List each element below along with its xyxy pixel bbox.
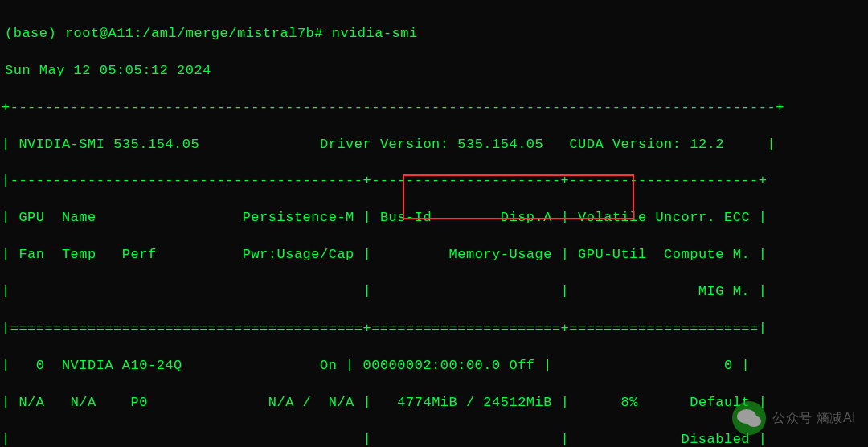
column-header-2: | Fan Temp Perf Pwr:Usage/Cap | Memory-U… [2, 246, 866, 265]
header-divider: |---------------------------------------… [2, 172, 866, 191]
driver-version: 535.154.05 [457, 137, 543, 152]
datetime-line: Sun May 12 05:05:12 2024 [2, 62, 866, 80]
user-host: root@A11 [65, 26, 134, 41]
version-row: | NVIDIA-SMI 535.154.05 Driver Version: … [2, 136, 866, 154]
gpu0-row1: | 0 NVIDIA A10-24Q On | 00000002:00:00.0… [2, 357, 866, 375]
smi-version: 535.154.05 [113, 137, 199, 152]
env-badge: (base) [5, 26, 56, 41]
cuda-version: 12.2 [690, 137, 724, 152]
terminal-output: (base) root@A11:/aml/merge/mistral7b# nv… [0, 0, 868, 447]
watermark-text: 公众号 熵减AI [772, 410, 856, 427]
smi-label: NVIDIA-SMI [18, 137, 104, 152]
watermark: 公众号 熵减AI [732, 401, 856, 435]
working-dir: :/aml/merge/mistral7b# [134, 26, 323, 41]
prompt-line: (base) root@A11:/aml/merge/mistral7b# nv… [2, 25, 866, 43]
cuda-label: CUDA Version: [569, 137, 681, 152]
table-top-border: +---------------------------------------… [2, 99, 866, 117]
driver-label: Driver Version: [320, 137, 449, 152]
command-text[interactable]: nvidia-smi [332, 26, 418, 41]
header-bottom-divider: |=======================================… [2, 320, 866, 338]
column-header-1: | GPU Name Persistence-M | Bus-Id Disp.A… [2, 209, 866, 228]
wechat-icon [732, 401, 766, 435]
column-header-3: | | | MIG M. | [2, 283, 866, 301]
